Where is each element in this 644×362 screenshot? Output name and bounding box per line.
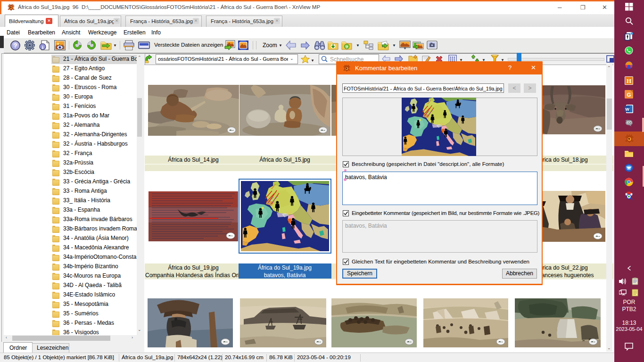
- svg-text:W: W: [625, 107, 629, 112]
- svg-text:?: ?: [346, 45, 348, 49]
- svg-text:G: G: [627, 92, 631, 98]
- svg-text:?: ?: [14, 42, 17, 49]
- svg-text:i: i: [42, 44, 43, 50]
- svg-text:H: H: [627, 77, 631, 84]
